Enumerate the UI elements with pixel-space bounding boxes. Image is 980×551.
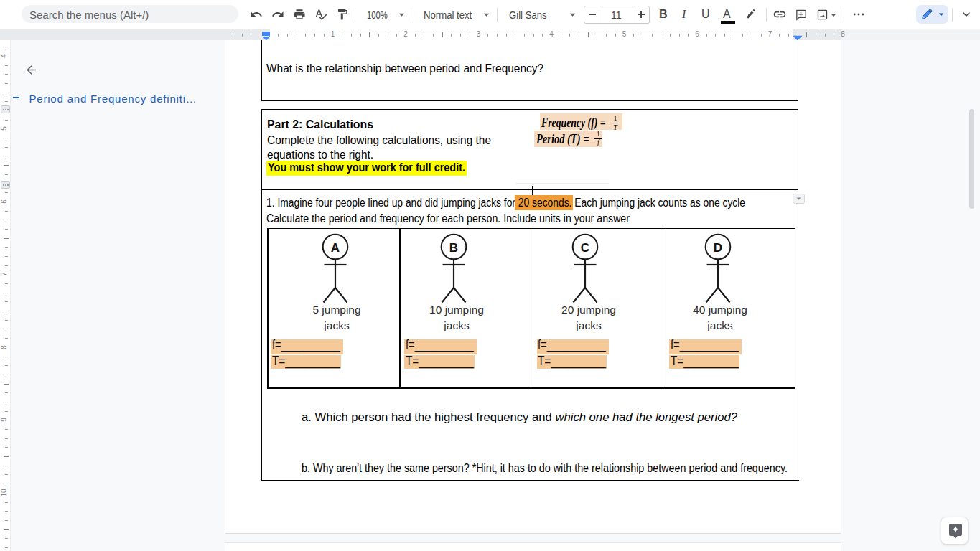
- svg-text:A: A: [331, 241, 340, 255]
- svg-text:B: B: [449, 241, 457, 255]
- svg-text:D: D: [714, 241, 722, 255]
- svg-text:C: C: [581, 241, 589, 255]
